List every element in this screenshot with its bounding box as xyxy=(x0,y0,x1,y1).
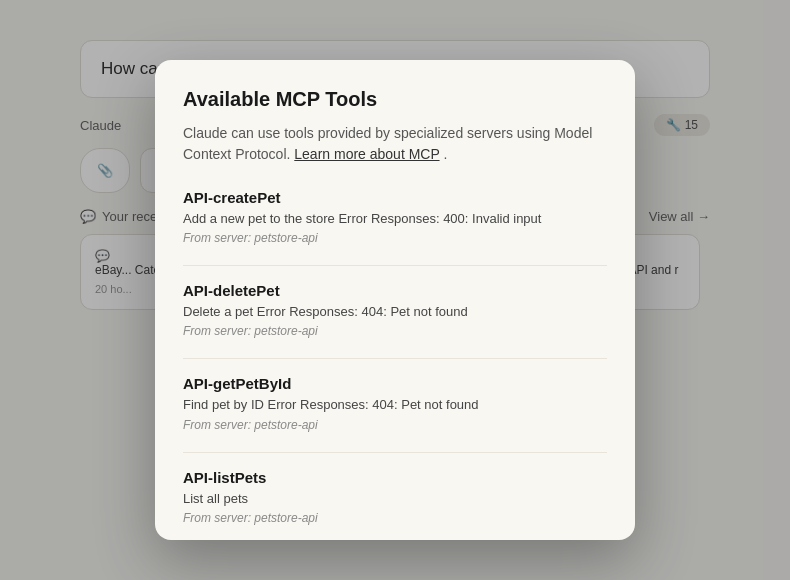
divider-3 xyxy=(183,452,607,453)
modal-desc-suffix: . xyxy=(443,146,447,162)
tool-listpets-desc: List all pets xyxy=(183,490,607,508)
tool-listpets-server: From server: petstore-api xyxy=(183,511,607,525)
modal-overlay[interactable]: Available MCP Tools Claude can use tools… xyxy=(0,0,790,580)
tool-createpet-name: API-createPet xyxy=(183,189,607,206)
modal-body: API-createPet Add a new pet to the store… xyxy=(155,181,635,540)
divider-2 xyxy=(183,358,607,359)
modal-title: Available MCP Tools xyxy=(183,88,607,111)
modal-header: Available MCP Tools Claude can use tools… xyxy=(155,60,635,181)
tool-getpetbyid-desc: Find pet by ID Error Responses: 404: Pet… xyxy=(183,396,607,414)
mcp-tools-modal: Available MCP Tools Claude can use tools… xyxy=(155,60,635,540)
tool-getpetbyid-server: From server: petstore-api xyxy=(183,418,607,432)
tool-deletepet: API-deletePet Delete a pet Error Respons… xyxy=(183,282,607,338)
tool-deletepet-name: API-deletePet xyxy=(183,282,607,299)
modal-description: Claude can use tools provided by special… xyxy=(183,123,607,165)
tool-listpets: API-listPets List all pets From server: … xyxy=(183,469,607,525)
tool-createpet-desc: Add a new pet to the store Error Respons… xyxy=(183,210,607,228)
tool-getpetbyid-name: API-getPetById xyxy=(183,375,607,392)
tool-getpetbyid: API-getPetById Find pet by ID Error Resp… xyxy=(183,375,607,431)
divider-1 xyxy=(183,265,607,266)
learn-more-link[interactable]: Learn more about MCP xyxy=(294,146,439,162)
tool-deletepet-desc: Delete a pet Error Responses: 404: Pet n… xyxy=(183,303,607,321)
tool-listpets-name: API-listPets xyxy=(183,469,607,486)
tool-createpet: API-createPet Add a new pet to the store… xyxy=(183,189,607,245)
tool-createpet-server: From server: petstore-api xyxy=(183,231,607,245)
tool-deletepet-server: From server: petstore-api xyxy=(183,324,607,338)
